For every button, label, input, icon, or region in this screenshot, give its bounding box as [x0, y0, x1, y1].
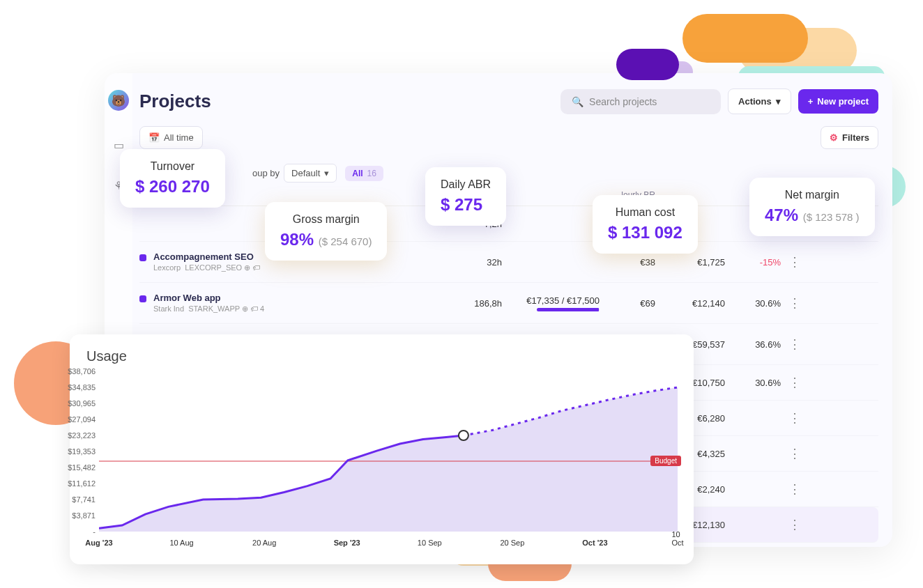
chart-title: Usage — [86, 348, 677, 364]
plus-icon: + — [808, 96, 814, 107]
metric-net-margin: Net margin 47% ($ 123 578 ) — [749, 178, 875, 236]
date-range-button[interactable]: 📅 All time — [139, 126, 203, 149]
row-more-button[interactable]: ⋮ — [781, 336, 809, 352]
calendar-icon: 📅 — [148, 132, 160, 143]
chevron-down-icon: ▾ — [324, 168, 329, 178]
metric-daily-abr: Daily ABR $ 275 — [425, 167, 506, 226]
group-by-select[interactable]: oup by Default ▾ — [252, 164, 337, 183]
table-row[interactable]: Accompagnement SEOLexcorp LEXCORP_SEO ⊕ … — [139, 242, 878, 283]
row-more-button[interactable]: ⋮ — [781, 254, 809, 270]
page-title: Projects — [139, 91, 211, 112]
search-input[interactable]: 🔍 Search projects — [560, 89, 721, 114]
row-more-button[interactable]: ⋮ — [781, 375, 809, 390]
usage-chart-card: Usage -$3,871$7,741$11,612$15,482$19,353… — [70, 334, 694, 564]
filter-pill-all[interactable]: All 16 — [345, 166, 383, 181]
actions-button[interactable]: Actions ▾ — [728, 88, 791, 114]
row-more-button[interactable]: ⋮ — [781, 517, 809, 532]
row-more-button[interactable]: ⋮ — [781, 481, 809, 497]
new-project-button[interactable]: + New project — [798, 89, 878, 114]
search-placeholder: Search projects — [589, 96, 657, 107]
usage-chart: -$3,871$7,741$11,612$15,482$19,353$23,22… — [99, 371, 678, 532]
toolbar: 📅 All time ⚙ Filters — [139, 126, 878, 149]
filters-button[interactable]: ⚙ Filters — [821, 126, 878, 149]
budget-label: Budget — [650, 456, 681, 466]
filter-icon: ⚙ — [830, 132, 838, 143]
table-row[interactable]: Armor Web appStark Ind STARK_WAPP ⊕ 🏷 41… — [139, 283, 878, 324]
row-more-button[interactable]: ⋮ — [781, 446, 809, 461]
project-color-dot — [139, 254, 146, 261]
search-icon: 🔍 — [572, 96, 583, 107]
project-color-dot — [139, 295, 146, 302]
metric-human-cost: Human cost $ 131 092 — [593, 195, 698, 254]
chevron-down-icon: ▾ — [776, 96, 781, 107]
app-logo[interactable]: 🐻 — [108, 90, 129, 111]
svg-point-1 — [459, 431, 468, 440]
row-more-button[interactable]: ⋮ — [781, 295, 809, 311]
calendar-icon[interactable]: ▭ — [112, 139, 125, 151]
metric-turnover: Turnover $ 260 270 — [120, 149, 225, 208]
row-more-button[interactable]: ⋮ — [781, 410, 809, 426]
metric-gross-margin: Gross margin 98% ($ 254 670) — [265, 202, 387, 261]
header: Projects 🔍 Search projects Actions ▾ + N… — [139, 88, 878, 114]
